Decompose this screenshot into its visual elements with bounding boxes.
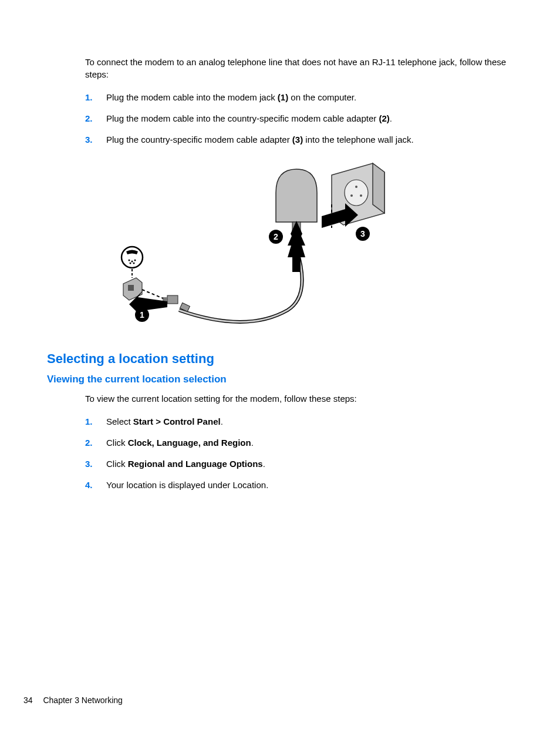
list-item: 3. Click Regional and Language Options.	[85, 458, 513, 470]
heading-selecting-location: Selecting a location setting	[47, 351, 513, 367]
step-text: Plug the modem cable into the country-sp…	[106, 112, 513, 125]
svg-point-3	[355, 186, 357, 188]
svg-line-29	[142, 290, 163, 298]
step-number: 1.	[85, 415, 106, 428]
svg-point-22	[130, 263, 131, 264]
step-text: Your location is displayed under Locatio…	[106, 479, 513, 491]
page-content: To connect the modem to an analog teleph…	[0, 0, 560, 491]
step-text: Click Regional and Language Options.	[106, 458, 513, 470]
step-text: Click Clock, Language, and Region.	[106, 436, 513, 449]
svg-point-4	[350, 194, 353, 197]
chapter-label: Chapter 3 Networking	[43, 695, 122, 705]
section-view-location: To view the current location setting for…	[85, 392, 513, 491]
svg-text:3: 3	[360, 229, 365, 238]
svg-rect-26	[167, 295, 178, 304]
intro-paragraph: To connect the modem to an analog teleph…	[85, 56, 513, 80]
list-item: 2. Click Clock, Language, and Region.	[85, 436, 513, 449]
heading-viewing-current-location: Viewing the current location selection	[47, 374, 513, 385]
page-footer: 34 Chapter 3 Networking	[23, 695, 123, 705]
list-item: 3. Plug the country-specific modem cable…	[85, 133, 513, 146]
step-number: 3.	[85, 133, 106, 146]
svg-marker-1	[373, 163, 384, 213]
list-item: 2. Plug the modem cable into the country…	[85, 112, 513, 125]
svg-point-21	[134, 260, 136, 261]
svg-rect-25	[128, 285, 134, 291]
svg-point-2	[345, 180, 368, 206]
intro-paragraph-2: To view the current location setting for…	[85, 392, 513, 405]
svg-text:1: 1	[140, 310, 144, 320]
list-item: 4. Your location is displayed under Loca…	[85, 479, 513, 491]
list-item: 1. Plug the modem cable into the modem j…	[85, 91, 513, 103]
list-item: 1. Select Start > Control Panel.	[85, 415, 513, 428]
page-number: 34	[23, 695, 33, 705]
step-text: Select Start > Control Panel.	[106, 415, 513, 428]
step-number: 3.	[85, 458, 106, 470]
svg-point-23	[133, 263, 135, 264]
svg-point-20	[131, 261, 133, 263]
step-number: 2.	[85, 436, 106, 449]
svg-marker-15	[288, 228, 305, 272]
step-text: Plug the modem cable into the modem jack…	[106, 91, 513, 103]
modem-connection-diagram: 3 2	[100, 157, 405, 334]
svg-text:2: 2	[274, 232, 278, 241]
svg-point-5	[360, 194, 362, 197]
steps-list-1: 1. Plug the modem cable into the modem j…	[85, 91, 513, 146]
svg-point-19	[129, 260, 130, 261]
steps-list-2: 1. Select Start > Control Panel. 2. Clic…	[85, 415, 513, 491]
svg-point-18	[122, 247, 143, 268]
step-number: 1.	[85, 91, 106, 103]
step-text: Plug the country-specific modem cable ad…	[106, 133, 513, 146]
step-number: 2.	[85, 112, 106, 125]
section-connect-modem: To connect the modem to an analog teleph…	[85, 56, 513, 146]
step-number: 4.	[85, 479, 106, 491]
